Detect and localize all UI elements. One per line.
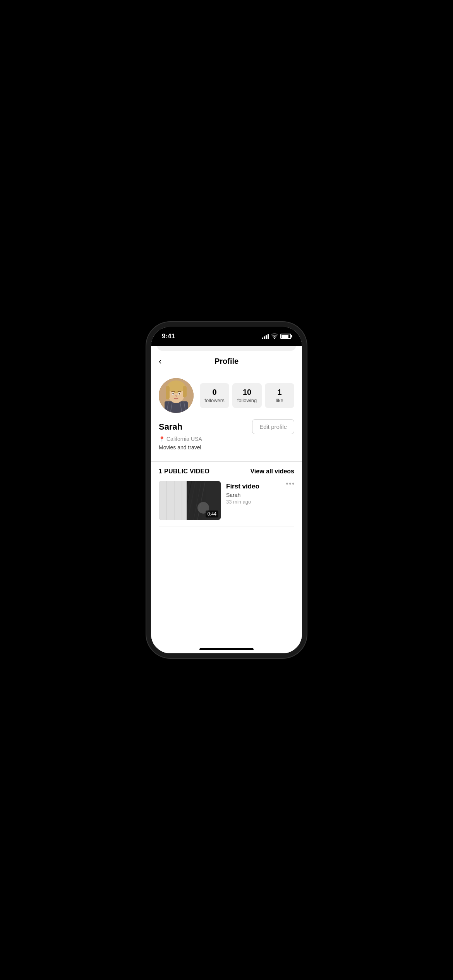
following-label: following [235,397,259,403]
svg-rect-22 [159,481,187,520]
svg-point-14 [178,393,180,395]
likes-stat[interactable]: 1 like [265,383,294,408]
video-details-row: First video Sarah 33 min ago [226,481,294,505]
following-stat[interactable]: 10 following [232,383,262,408]
followers-stat[interactable]: 0 followers [200,383,229,408]
user-name-row: Sarah Edit profile [159,419,294,434]
avatar [159,378,194,413]
video-more-button[interactable] [286,481,294,485]
videos-header: 1 PUBLIC VIDEO View all videos [159,468,294,475]
stats-container: 0 followers 10 following 1 like [200,383,294,408]
user-name: Sarah [159,422,182,432]
wifi-icon [271,333,278,340]
home-indicator [199,648,254,650]
screen-content: ‹ Profile [151,346,302,653]
video-title: First video [226,483,286,490]
video-thumbnail[interactable]: 0:44 [159,481,221,520]
user-location: 📍 California USA [159,436,294,442]
location-icon: 📍 [159,436,165,442]
svg-point-13 [172,393,174,395]
videos-section: 1 PUBLIC VIDEO View all videos [151,462,302,526]
profile-top: 0 followers 10 following 1 like [159,378,294,413]
top-curve [157,346,296,351]
likes-count: 1 [268,388,291,397]
user-info: Sarah Edit profile 📍 California USA Movi… [159,419,294,451]
following-count: 10 [235,388,259,397]
battery-icon [280,334,291,339]
video-duration: 0:44 [206,511,218,517]
video-author: Sarah [226,492,286,498]
status-bar: 9:41 [151,327,302,346]
page-title: Profile [214,357,239,366]
video-info: First video Sarah 33 min ago [226,481,286,505]
status-icons [262,333,291,340]
status-time: 9:41 [162,332,175,340]
svg-rect-9 [166,386,170,399]
video-list-item: 0:44 First video Sarah 33 min ago [159,481,294,520]
svg-point-8 [167,380,185,393]
user-bio: Movies and travel [159,444,294,451]
back-button[interactable]: ‹ [159,356,161,367]
profile-section: 0 followers 10 following 1 like Sar [151,372,302,461]
location-text: California USA [166,436,202,442]
edit-profile-button[interactable]: Edit profile [252,419,294,434]
followers-label: followers [203,397,226,403]
signal-bars-icon [262,334,269,339]
followers-count: 0 [203,388,226,397]
page-header: ‹ Profile [151,351,302,372]
videos-count-label: 1 PUBLIC VIDEO [159,468,209,475]
svg-rect-10 [183,386,187,397]
view-all-videos-link[interactable]: View all videos [250,468,294,475]
video-time-ago: 33 min ago [226,499,286,505]
likes-label: like [268,397,291,403]
